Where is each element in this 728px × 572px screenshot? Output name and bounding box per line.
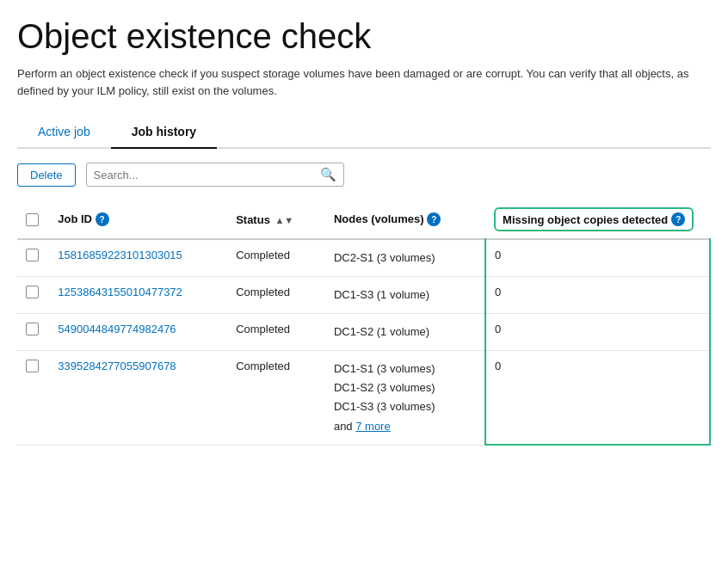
table-row: 12538643155010477372CompletedDC1-S3 (1 v… (17, 277, 710, 314)
search-wrapper: 🔍 (86, 163, 344, 187)
row-checkbox[interactable] (26, 323, 39, 335)
table-row: 5490044849774982476CompletedDC1-S2 (1 vo… (17, 314, 710, 351)
table-row: 3395284277055907678CompletedDC1-S1 (3 vo… (17, 351, 710, 445)
job-id-link[interactable]: 15816859223101303015 (58, 249, 182, 261)
row-checkbox[interactable] (26, 360, 39, 372)
node-entry: DC1-S1 (3 volumes) (334, 360, 476, 378)
status-sort-icon[interactable]: ▲▼ (275, 215, 293, 225)
job-id-link[interactable]: 3395284277055907678 (58, 360, 176, 372)
page-description: Perform an object existence check if you… (17, 65, 711, 99)
node-entry: DC1-S3 (1 volume) (334, 286, 476, 304)
status-cell: Completed (227, 351, 325, 445)
node-entry: DC1-S3 (3 volumes) (334, 397, 476, 416)
col-header-jobid: Job ID ? (49, 200, 227, 239)
jobid-help-icon[interactable]: ? (96, 212, 109, 226)
col-header-check (17, 200, 49, 239)
toolbar: Delete 🔍 (17, 163, 711, 187)
tab-job-history[interactable]: Job history (111, 116, 217, 149)
delete-button[interactable]: Delete (17, 163, 76, 187)
col-jobid-label: Job ID (58, 212, 92, 225)
tab-active-job[interactable]: Active job (17, 116, 111, 149)
missing-cell: 0 (485, 239, 710, 277)
job-id-link[interactable]: 12538643155010477372 (58, 286, 182, 298)
missing-header-highlight: Missing object copies detected ? (494, 207, 694, 231)
nodes-cell: DC1-S3 (1 volume) (325, 277, 485, 314)
search-icon: 🔍 (320, 167, 336, 182)
node-entry: DC2-S1 (3 volumes) (334, 249, 476, 268)
nodes-cell: DC2-S1 (3 volumes) (325, 239, 485, 277)
col-status-label: Status (236, 213, 270, 226)
missing-cell: 0 (485, 351, 710, 445)
and-more-link[interactable]: and 7 more (334, 417, 476, 436)
node-entry: DC1-S2 (3 volumes) (334, 378, 476, 397)
nodes-cell: DC1-S2 (1 volume) (325, 314, 485, 351)
table-row: 15816859223101303015CompletedDC2-S1 (3 v… (17, 239, 710, 277)
job-id-link[interactable]: 5490044849774982476 (58, 323, 176, 335)
status-cell: Completed (227, 314, 325, 351)
select-all-checkbox[interactable] (26, 213, 39, 226)
tabs-bar: Active job Job history (17, 116, 711, 149)
jobs-table: Job ID ? Status ▲▼ Nodes (volumes) ? Mis… (17, 200, 711, 446)
nodes-help-icon[interactable]: ? (427, 212, 441, 226)
col-missing-label: Missing object copies detected (503, 213, 668, 226)
node-entry: DC1-S2 (1 volume) (334, 323, 476, 341)
col-header-status: Status ▲▼ (227, 200, 325, 239)
missing-cell: 0 (485, 277, 710, 314)
col-header-missing: Missing object copies detected ? (485, 200, 710, 239)
col-nodes-label: Nodes (volumes) (334, 212, 424, 225)
search-input[interactable] (94, 169, 320, 181)
row-checkbox[interactable] (26, 249, 39, 261)
missing-cell: 0 (485, 314, 710, 351)
more-link[interactable]: 7 more (355, 420, 390, 433)
col-header-nodes: Nodes (volumes) ? (325, 200, 485, 239)
nodes-cell: DC1-S1 (3 volumes)DC1-S2 (3 volumes)DC1-… (325, 351, 485, 445)
page-title: Object existence check (17, 17, 711, 55)
missing-help-icon[interactable]: ? (671, 212, 685, 226)
status-cell: Completed (227, 277, 325, 314)
row-checkbox[interactable] (26, 286, 39, 298)
status-cell: Completed (227, 239, 325, 277)
